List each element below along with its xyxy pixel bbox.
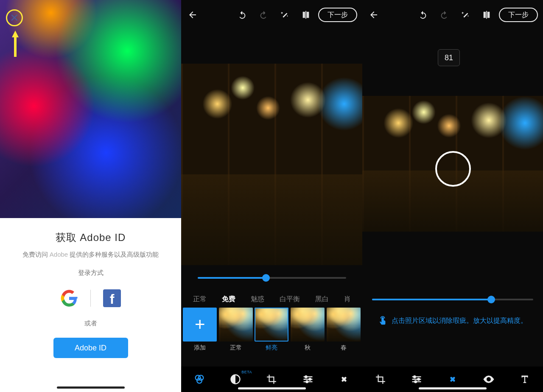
tool-tab-adjust[interactable] [406,371,427,388]
magic-wand-icon [461,10,470,20]
effects-icon [230,373,241,385]
back-button[interactable] [365,6,383,24]
svg-point-5 [309,378,311,381]
beta-badge: BETA [241,370,252,374]
brush-size-slider[interactable] [372,299,533,300]
adjust-icon [302,373,314,385]
facebook-login-button[interactable]: f [91,286,133,310]
google-login-button[interactable] [48,286,90,310]
intensity-slider[interactable] [198,277,346,279]
svg-point-4 [305,376,307,378]
filter-label: 添加 [194,344,206,352]
filter-item[interactable]: 秋 [291,308,325,354]
top-toolbar: 下一步 [362,0,543,30]
google-logo-icon [60,289,78,307]
category-tab[interactable]: 白平衡 [272,295,308,304]
auto-enhance-button[interactable] [456,6,474,24]
filter-label: 秋 [305,344,311,352]
svg-point-2 [197,378,202,384]
compare-icon [482,10,491,20]
next-button[interactable]: 下一步 [499,8,538,22]
redo-icon [439,10,449,20]
undo-icon [238,10,247,20]
crop-icon [375,374,386,385]
panel-heal: 下一步 81 点击照片区域以消除瑕疵。放大以提高精度。 [362,0,543,392]
brush-size-badge: 81 [438,49,460,66]
svg-point-10 [417,378,420,381]
slider-fill [198,277,266,279]
login-block: 获取 Adobe ID 免费访问 Adobe 提供的多种服务以及高级版功能 登录… [0,218,181,358]
filter-item[interactable]: 正常 [219,308,253,354]
magic-wand-icon [280,10,289,20]
slider-knob[interactable] [487,296,495,303]
next-button[interactable]: 下一步 [318,8,357,22]
brush-size-slider-row [362,291,543,308]
auto-enhance-button[interactable] [276,6,294,24]
svg-point-6 [306,381,308,383]
tool-tab-eye[interactable] [478,371,499,388]
undo-button[interactable] [233,6,251,24]
tool-tab-text[interactable] [514,371,535,388]
redo-button[interactable] [255,6,272,24]
login-title: 获取 Adobe ID [8,231,173,244]
redo-icon [259,10,268,20]
close-icon[interactable]: ✕ [10,12,19,23]
undo-button[interactable] [414,6,432,24]
filter-item[interactable]: 春 [326,308,361,354]
intensity-slider-row [181,265,362,291]
login-method-label: 登录方式 [8,269,173,277]
photo-content [181,64,362,265]
undo-icon [418,10,428,20]
social-row: f [8,286,173,310]
hero-image: ✕ [0,0,181,218]
filter-item[interactable]: 鲜亮 [255,308,289,354]
svg-point-11 [414,381,417,383]
plus-icon: + [183,308,217,342]
arrow-left-icon [188,10,198,20]
tool-tab-crop[interactable] [370,371,391,388]
highlight-ring: ✕ [6,9,23,26]
photo-canvas[interactable] [362,96,543,232]
heal-brush-indicator[interactable] [435,151,471,187]
filter-thumbnail [219,308,253,342]
category-tab[interactable]: 肖 [336,295,358,304]
back-button[interactable] [184,6,202,24]
facebook-logo-icon: f [103,289,121,307]
category-tab[interactable]: 黑白 [308,295,336,304]
tool-tab-crop[interactable] [261,371,282,388]
compare-button[interactable] [478,6,495,24]
tool-tab-looks[interactable] [189,371,210,388]
arrow-stem [14,36,17,57]
home-indicator [238,387,306,389]
filter-item[interactable]: +添加 [183,308,217,354]
login-subtitle: 免费访问 Adobe 提供的多种服务以及高级版功能 [8,249,173,260]
filter-label: 鲜亮 [266,344,277,352]
panel-login: ✕ 获取 Adobe ID 免费访问 Adobe 提供的多种服务以及高级版功能 … [0,0,181,392]
arrow-left-icon [369,10,379,20]
crop-icon [266,374,277,385]
heal-icon [338,373,350,385]
compare-button[interactable] [297,6,315,24]
slider-knob[interactable] [262,274,270,282]
tool-tab-heal[interactable] [442,371,463,388]
photo-canvas[interactable] [181,64,362,265]
filter-thumbnail [291,308,325,342]
filter-label: 春 [341,344,347,352]
slider-fill [372,299,491,300]
text-icon [519,374,530,385]
category-tab[interactable]: 魅惑 [243,295,272,304]
filter-thumbnails: +添加正常鲜亮秋春 [181,308,362,354]
category-tab[interactable]: 正常 [185,295,214,304]
category-tab[interactable]: 免费 [214,295,243,304]
heal-hint: 点击照片区域以消除瑕疵。放大以提高精度。 [362,308,543,333]
redo-button[interactable] [435,6,453,24]
panel-filters: 下一步 正常免费魅惑白平衡黑白肖 +添加正常鲜亮秋春 BETA [181,0,362,392]
adobe-id-button[interactable]: Adobe ID [53,338,128,358]
adjust-icon [411,373,423,385]
filter-category-tabs: 正常免费魅惑白平衡黑白肖 [181,291,362,308]
tool-tab-effects[interactable]: BETA [225,371,246,388]
svg-point-9 [414,376,416,378]
top-toolbar: 下一步 [181,0,362,30]
tool-tab-adjust[interactable] [297,371,319,388]
tool-tab-heal[interactable] [333,371,355,388]
